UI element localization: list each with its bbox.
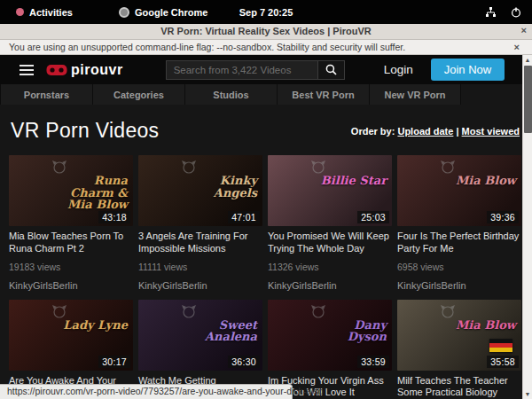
vr-headset-icon: [46, 64, 67, 76]
video-duration-badge: 25:03: [357, 211, 389, 223]
nav-item-best-vr-porn[interactable]: Best VR Porn: [277, 84, 369, 105]
video-studio-link[interactable]: KinkyGirlsBerlin: [9, 280, 133, 291]
search-icon: [325, 64, 337, 75]
scrollbar-thumb[interactable]: [524, 66, 532, 133]
video-thumbnail[interactable]: Mia Blow 39:36: [397, 155, 521, 226]
video-thumbnail[interactable]: Mia Blow 35:58: [397, 300, 521, 371]
activities-label: Activities: [29, 7, 73, 18]
search-bar: [166, 60, 345, 80]
video-duration-badge: 30:17: [98, 356, 130, 368]
video-duration-badge: 36:30: [228, 356, 260, 368]
browser-infobar: You are using an unsupported command-lin…: [0, 40, 532, 55]
video-card[interactable]: Billie Star 25:03 You Promised We Will K…: [268, 155, 392, 291]
german-flag-icon: [489, 339, 512, 352]
video-views: 19183 views: [9, 262, 133, 272]
browser-tab-title[interactable]: VR Porn: Virtual Reality Sex Videos | Pi…: [0, 26, 532, 36]
studio-cat-logo-icon: [181, 160, 197, 174]
video-duration-badge: 47:01: [228, 211, 260, 223]
order-by-most-viewed-link[interactable]: Most viewed: [462, 126, 520, 137]
thumbnail-overlay-name: Runa Charm & Mia Blow: [57, 175, 128, 211]
video-views: 11111 views: [138, 262, 262, 272]
site-header: pirouvr Login Join Now: [0, 55, 532, 84]
system-top-bar: Activities Google Chrome Sep 7 20:25: [0, 0, 532, 24]
video-card[interactable]: Runa Charm & Mia Blow 43:18 Mia Blow Tea…: [9, 155, 133, 291]
video-studio-link[interactable]: KinkyGirlsBerlin: [397, 280, 521, 291]
video-thumbnail[interactable]: Sweet Analena 36:30: [138, 300, 262, 371]
menu-hamburger-icon[interactable]: [20, 62, 34, 78]
order-by-upload-date-link[interactable]: Upload date: [397, 126, 453, 137]
studio-cat-logo-icon: [51, 160, 67, 174]
studio-cat-logo-icon: [440, 304, 456, 318]
video-title[interactable]: 3 Angels Are Training For Impossible Mis…: [138, 231, 262, 255]
video-thumbnail[interactable]: Lady Lyne 30:17: [9, 300, 133, 371]
video-title[interactable]: Milf Teaches The Teacher Some Practical …: [397, 375, 521, 399]
video-duration-badge: 35:58: [487, 356, 519, 368]
page-title: VR Porn Videos: [11, 119, 159, 143]
site-logo[interactable]: pirouvr: [46, 62, 123, 78]
order-by-label: Order by:: [351, 126, 395, 137]
browser-tab-strip: VR Porn: Virtual Reality Sex Videos | Pi…: [0, 24, 532, 40]
video-thumbnail[interactable]: Billie Star 25:03: [268, 155, 392, 226]
studio-cat-logo-icon: [440, 160, 456, 174]
video-card[interactable]: Kinky Angels 47:01 3 Angels Are Training…: [138, 155, 262, 291]
studio-cat-logo-icon: [310, 160, 326, 174]
search-input[interactable]: [166, 60, 318, 80]
video-views: 6958 views: [397, 262, 521, 272]
thumbnail-overlay-name: Sweet Analena: [186, 319, 257, 343]
video-duration-badge: 43:18: [98, 211, 130, 223]
thumbnail-overlay-name: Billie Star: [321, 175, 387, 187]
network-icon[interactable]: [485, 7, 497, 18]
video-grid: Runa Charm & Mia Blow 43:18 Mia Blow Tea…: [0, 155, 532, 399]
search-button[interactable]: [318, 60, 345, 80]
video-duration-badge: 33:59: [357, 356, 389, 368]
activities-dot-icon: [16, 8, 24, 16]
nav-item-categories[interactable]: Categories: [92, 84, 184, 105]
scrollbar-up-arrow-icon[interactable]: ▲: [523, 55, 532, 65]
thumbnail-overlay-name: Lady Lyne: [63, 319, 128, 332]
infobar-close-icon[interactable]: ×: [514, 42, 532, 52]
nav-item-new-vr-porn[interactable]: New VR Porn: [369, 84, 461, 105]
thumbnail-overlay-name: Mia Blow: [456, 319, 516, 332]
studio-cat-logo-icon: [181, 304, 197, 318]
video-title[interactable]: Four Is The Perfect Birthday Party For M…: [397, 231, 521, 255]
video-title[interactable]: You Promised We Will Keep Trying The Who…: [268, 231, 392, 255]
video-thumbnail[interactable]: Dany Dyson 33:59: [268, 300, 392, 371]
activities-button[interactable]: Activities: [9, 4, 80, 20]
video-title[interactable]: Mia Blow Teaches Porn To Runa Charm Pt 2: [9, 231, 133, 255]
studio-cat-logo-icon: [51, 304, 67, 318]
video-duration-badge: 39:36: [487, 211, 519, 223]
thumbnail-overlay-name: Kinky Angels: [186, 175, 257, 199]
site-logo-text: pirouvr: [71, 62, 123, 78]
thumbnail-overlay-name: Mia Blow: [456, 175, 516, 187]
login-link[interactable]: Login: [384, 63, 413, 76]
scrollbar-down-arrow-icon[interactable]: ▼: [523, 389, 532, 399]
video-card[interactable]: Mia Blow 39:36 Four Is The Perfect Birth…: [397, 155, 521, 291]
video-studio-link[interactable]: KinkyGirlsBerlin: [268, 280, 392, 291]
video-card[interactable]: Mia Blow 35:58 Milf Teaches The Teacher …: [397, 300, 521, 399]
video-views: 11326 views: [268, 262, 392, 272]
infobar-message: You are using an unsupported command-lin…: [0, 42, 405, 52]
video-thumbnail[interactable]: Runa Charm & Mia Blow 43:18: [9, 155, 133, 226]
focused-app-menu[interactable]: Google Chrome: [119, 7, 208, 18]
page-viewport: pirouvr Login Join Now PornstarsCategori…: [0, 55, 532, 399]
tab-close-icon[interactable]: ×: [521, 25, 527, 35]
focused-app-label: Google Chrome: [135, 7, 208, 18]
order-by-controls: Order by: Upload date | Most viewed: [351, 126, 520, 137]
nav-item-studios[interactable]: Studios: [184, 84, 277, 105]
browser-scrollbar[interactable]: ▲ ▼: [522, 55, 532, 399]
power-icon[interactable]: [511, 7, 521, 18]
video-studio-link[interactable]: KinkyGirlsBerlin: [138, 280, 262, 291]
thumbnail-overlay-name: Dany Dyson: [316, 319, 387, 343]
status-bar-url: https://pirouvr.com/vr-porn-video/779325…: [0, 384, 293, 399]
video-thumbnail[interactable]: Kinky Angels 47:01: [138, 155, 262, 226]
main-nav-menu: PornstarsCategoriesStudiosBest VR PornNe…: [0, 84, 461, 105]
studio-cat-logo-icon: [310, 304, 326, 318]
join-now-button[interactable]: Join Now: [431, 59, 505, 81]
nav-item-pornstars[interactable]: Pornstars: [0, 84, 92, 105]
chrome-app-icon: [119, 7, 129, 18]
